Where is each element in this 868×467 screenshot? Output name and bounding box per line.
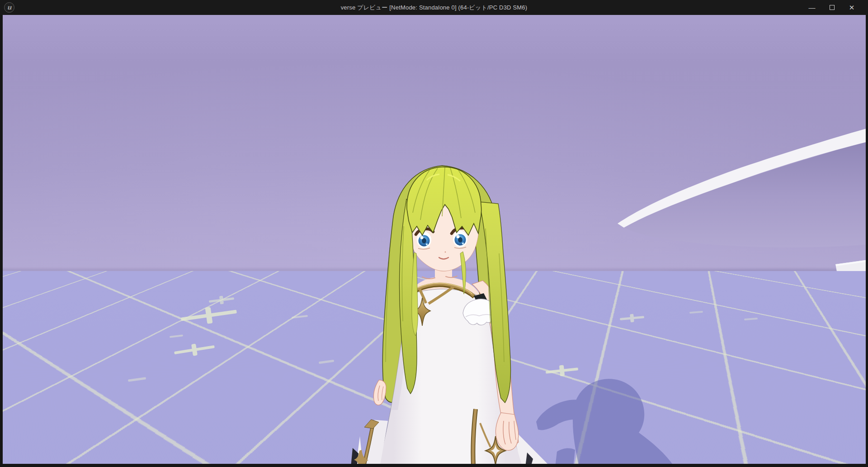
maximize-button[interactable] <box>822 0 842 15</box>
game-viewport[interactable]: 1 <box>3 15 866 464</box>
minimize-button[interactable]: — <box>802 0 822 15</box>
nose <box>445 252 446 253</box>
disc-underside <box>623 141 866 248</box>
floor-dash <box>744 318 758 320</box>
cube-label: 1 <box>851 269 863 290</box>
floor-cross-small <box>619 313 644 324</box>
character-anime-girl <box>344 149 556 464</box>
floor-cross <box>174 341 216 359</box>
maximize-icon <box>830 5 835 10</box>
window-title: verse プレビュー [NetMode: Standalone 0] (64-… <box>0 0 868 15</box>
floor-dash <box>292 315 308 319</box>
window-controls: — ✕ <box>802 0 868 15</box>
floor-cross-small <box>208 295 235 306</box>
title-bar[interactable]: u verse プレビュー [NetMode: Standalone 0] (6… <box>0 0 868 15</box>
hand-left <box>373 380 386 405</box>
floor-dash <box>319 360 334 364</box>
unreal-logo-glyph: u <box>7 4 11 10</box>
close-button[interactable]: ✕ <box>842 0 862 15</box>
floor-cross-large <box>180 304 238 328</box>
cube-shadow <box>816 281 841 291</box>
blue-streak-object <box>703 288 742 295</box>
floor-dash <box>170 334 183 338</box>
scene-3d: 1 <box>3 15 866 464</box>
white-cube: 1 <box>809 256 866 297</box>
floor-dash <box>128 377 146 382</box>
app-window: u verse プレビュー [NetMode: Standalone 0] (6… <box>0 0 868 467</box>
floor-dash <box>689 311 703 314</box>
unreal-engine-logo-icon: u <box>4 2 14 13</box>
